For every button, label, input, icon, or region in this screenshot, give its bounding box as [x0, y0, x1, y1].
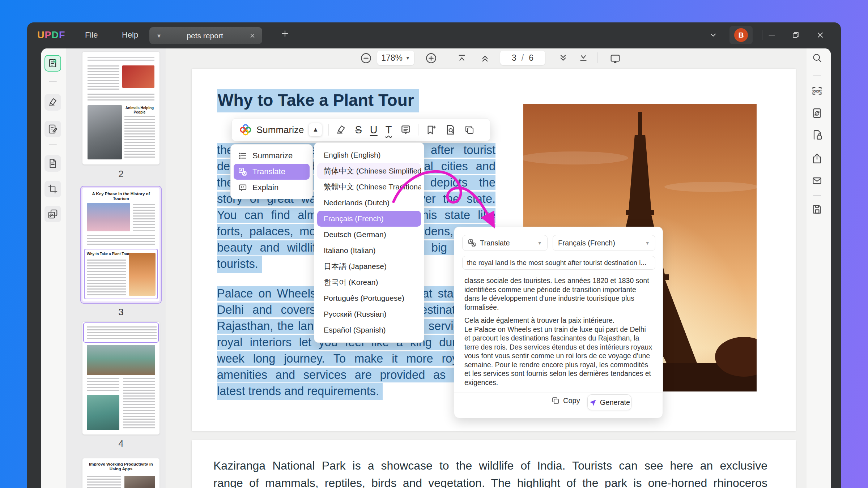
crop-pages-button[interactable]: [44, 181, 61, 197]
highlight-text-button[interactable]: [335, 124, 347, 136]
thumbnail-photo-classroom: [124, 476, 155, 488]
window-minimize-button[interactable]: [766, 29, 778, 41]
zoom-level-select[interactable]: 178% ▼: [377, 51, 414, 65]
thumbnail-heading: Why to Take a Plant Tour: [87, 252, 134, 256]
document-tab[interactable]: ▾ pets report: [149, 27, 262, 44]
next-page-button[interactable]: [558, 53, 569, 64]
search-icon: [811, 52, 823, 64]
ai-assistant-icon[interactable]: [239, 123, 252, 136]
tab-close-icon[interactable]: [249, 33, 256, 39]
thumbnail-page-3[interactable]: A Key Phase in the History of Tourism Wh…: [82, 188, 159, 301]
search-in-document-button[interactable]: [444, 124, 456, 136]
language-option-italian[interactable]: Italiano (Italian): [317, 243, 421, 258]
language-option-german[interactable]: Deutsch (German): [317, 227, 421, 243]
thumbnail-photo-city: [87, 203, 130, 231]
toolbar-divider: [446, 52, 446, 63]
thumbnail-text-placeholder: [87, 476, 121, 488]
search-button[interactable]: [809, 50, 825, 66]
titlebar-chevron-down-icon[interactable]: [707, 29, 719, 41]
language-option-french[interactable]: Français (French): [317, 211, 421, 227]
summarize-menu-button[interactable]: Summarize: [256, 124, 304, 136]
generate-button[interactable]: Generate: [587, 394, 631, 410]
edit-note-icon: [47, 124, 58, 134]
thumbnail-text-placeholder: [87, 235, 155, 246]
zoom-in-button[interactable]: [425, 52, 437, 64]
save-button[interactable]: [809, 201, 825, 218]
menu-item-translate[interactable]: Translate: [234, 164, 310, 180]
first-page-button[interactable]: [456, 53, 467, 64]
source-text-field[interactable]: the royal land is the most sought after …: [462, 256, 655, 270]
language-option-dutch[interactable]: Nederlands (Dutch): [317, 195, 421, 211]
left-toolbar-rail: [41, 48, 66, 488]
file-convert-icon: [811, 107, 823, 119]
last-page-button[interactable]: [578, 53, 589, 64]
window-close-button[interactable]: [814, 29, 826, 41]
reader-book-icon: [47, 58, 58, 69]
zoom-out-button[interactable]: [360, 52, 372, 64]
copy-selection-button[interactable]: [464, 124, 475, 135]
account-button[interactable]: B: [729, 26, 753, 44]
language-option-chinese-traditional[interactable]: 繁體中文 (Chinese Traditional): [317, 179, 421, 195]
share-button[interactable]: [809, 150, 825, 167]
highlighter-icon: [335, 124, 347, 136]
copy-icon: [464, 124, 475, 135]
tab-dropdown-icon[interactable]: ▾: [157, 32, 161, 40]
avatar[interactable]: B: [734, 28, 748, 42]
add-bookmark-button[interactable]: [425, 124, 437, 136]
target-language-select[interactable]: Français (French) ▼: [553, 235, 655, 251]
presentation-mode-button[interactable]: [609, 53, 621, 64]
menu-file[interactable]: File: [85, 22, 98, 48]
language-option-korean[interactable]: 한국어 (Korean): [317, 274, 421, 290]
thumbnail-page-number: 4: [82, 438, 159, 449]
page-current-input[interactable]: 3: [512, 53, 516, 63]
panel-divider: [454, 393, 663, 393]
add-note-button[interactable]: [400, 124, 412, 136]
comment-highlighter-button[interactable]: [44, 94, 61, 111]
zoom-level-value: 178%: [381, 53, 403, 63]
email-button[interactable]: [809, 172, 825, 189]
convert-button[interactable]: [809, 105, 825, 121]
summarize-caret-button[interactable]: ▲: [309, 123, 322, 136]
language-dropdown-menu: English (English) 简体中文 (Chinese Simplifi…: [314, 142, 424, 343]
copy-translation-button[interactable]: Copy: [551, 396, 580, 405]
translation-result-paragraph: classe sociale des touristes. Les années…: [464, 276, 653, 312]
thumbnail-photo-lake-boat: [87, 345, 155, 375]
language-option-spanish[interactable]: Español (Spanish): [317, 322, 421, 338]
thumbnail-page-4[interactable]: [82, 322, 159, 435]
strikethrough-button[interactable]: S: [355, 124, 362, 136]
language-option-russian[interactable]: Русский (Russian): [317, 306, 421, 322]
save-icon: [811, 204, 823, 215]
squiggly-underline-button[interactable]: T: [386, 124, 392, 136]
thumbnail-text-placeholder: [88, 57, 154, 62]
copy-icon: [551, 396, 560, 405]
language-option-portuguese[interactable]: Português (Portuguese): [317, 290, 421, 306]
translate-mode-select[interactable]: Translate ▼: [462, 235, 548, 251]
protect-button[interactable]: [809, 127, 825, 143]
thumbnail-page-5[interactable]: Improve Working Productivity in Using Ap…: [82, 458, 159, 488]
underline-button[interactable]: U: [370, 124, 378, 136]
menu-help[interactable]: Help: [122, 22, 138, 48]
thumbnail-page-3-selected-frame[interactable]: A Key Phase in the History of Tourism Wh…: [80, 186, 162, 304]
ocr-button[interactable]: OCR: [809, 83, 825, 99]
thumbnail-heading: A Key Phase in the History of Tourism: [85, 192, 157, 201]
explain-chat-icon: [238, 183, 247, 192]
organize-pages-button[interactable]: [44, 155, 61, 172]
reader-mode-button[interactable]: [44, 55, 61, 72]
svg-text:OCR: OCR: [813, 90, 821, 93]
language-option-chinese-simplified[interactable]: 简体中文 (Chinese Simplified): [317, 163, 421, 179]
previous-page-button[interactable]: [480, 53, 490, 64]
menu-item-explain[interactable]: Explain: [234, 180, 310, 196]
language-option-japanese[interactable]: 日本語 (Japanese): [317, 258, 421, 274]
new-tab-button[interactable]: [280, 29, 290, 38]
updf-logo: UPDF: [37, 30, 65, 41]
language-option-english[interactable]: English (English): [317, 147, 421, 163]
edit-pdf-button[interactable]: [44, 121, 61, 137]
watermark-pages-button[interactable]: [44, 206, 61, 222]
window-restore-button[interactable]: [790, 29, 802, 41]
menu-item-summarize[interactable]: Summarize: [234, 148, 310, 164]
page-number-control[interactable]: 3 / 6: [500, 51, 545, 65]
thumbnail-text-placeholder: [87, 326, 157, 339]
thumbnail-page-2[interactable]: Animals Helping People: [82, 52, 159, 164]
viewport-indicator: [83, 322, 159, 343]
share-icon: [811, 153, 823, 164]
